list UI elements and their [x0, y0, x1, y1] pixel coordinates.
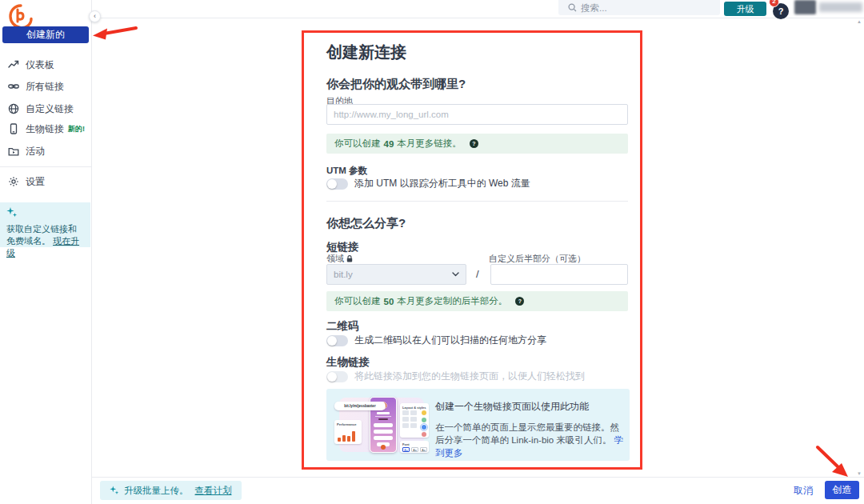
search-box: [558, 0, 720, 15]
sidebar-upgrade-promo: 获取自定义链接和免费域名。 现在升级: [0, 202, 90, 247]
profile-name-line: [377, 412, 390, 414]
sidebar-divider: [0, 166, 92, 167]
brand-dot: [381, 445, 386, 450]
profile-sub-line: [375, 416, 391, 418]
line-chart-icon: [8, 59, 19, 70]
globe-icon: [8, 103, 19, 114]
domain-label-row: 领域: [326, 253, 353, 265]
utm-label: UTM 参数: [326, 165, 367, 177]
quota-value: 50: [384, 297, 394, 306]
lock-icon: [346, 255, 353, 262]
toggle-knob: [327, 179, 337, 189]
custom-backhalf-label: 自定义后半部分（可选）: [489, 253, 586, 265]
bar-chart-icon: [338, 429, 358, 442]
font-card: Font AaAaAa: [400, 441, 429, 453]
qr-toggle-label: 生成二维码以在人们可以扫描的任何地方分享: [354, 334, 546, 347]
social-icons-row: [378, 418, 388, 420]
search-icon: [568, 3, 577, 12]
sidebar-item-label: 活动: [26, 145, 45, 158]
folder-icon: [8, 146, 19, 157]
performance-card: Performance: [334, 420, 362, 444]
sidebar-item-campaigns[interactable]: 活动: [0, 142, 92, 160]
url-separator: /: [476, 268, 479, 280]
link-button: [374, 423, 393, 427]
header-divider: [101, 18, 864, 18]
sidebar-item-settings[interactable]: 设置: [0, 173, 92, 190]
sidebar-item-all-links[interactable]: 所有链接: [0, 78, 92, 95]
search-input[interactable]: [581, 3, 709, 13]
account-name-redacted[interactable]: [819, 2, 862, 12]
font-options: AaAaAa: [402, 447, 427, 452]
bulk-upload-promo: 升级批量上传。 查看计划: [100, 481, 242, 500]
annotation-arrow-create-button: [811, 443, 854, 482]
domain-select[interactable]: bit.ly: [326, 264, 466, 285]
destination-section-heading: 你会把你的观众带到哪里?: [326, 77, 466, 92]
utm-toggle-row: 添加 UTM 以跟踪分析工具中的 Web 流量: [326, 177, 530, 190]
create-new-button[interactable]: 创建新的: [2, 26, 89, 43]
view-plans-link[interactable]: 查看计划: [195, 485, 232, 497]
links-quota-banner: 你可以创建 49 本月更多链接。 ?: [326, 134, 628, 154]
annotation-arrow-create-new: [91, 23, 139, 42]
sparkle-icon: [6, 207, 18, 218]
sidebar-item-label: 设置: [26, 175, 45, 189]
destination-input[interactable]: [326, 104, 628, 125]
bio-url-pill: bit.ly/m/jessbaxter: [334, 402, 386, 410]
layout-styles-card: Layout & styles: [400, 403, 429, 438]
avatar[interactable]: [794, 0, 816, 14]
qr-toggle[interactable]: [326, 335, 348, 346]
sidebar-collapse-button[interactable]: ‹: [89, 10, 101, 22]
backhalf-quota-banner: 你可以创建 50 本月更多定制的后半部分。 ?: [326, 291, 628, 311]
quota-text: 你可以创建: [334, 295, 381, 307]
gear-icon: [8, 176, 19, 187]
card-title: Layout & styles: [402, 406, 429, 410]
help-icon[interactable]: ?: [515, 297, 524, 306]
link-icon: [8, 81, 19, 92]
sidebar-item-bio-link[interactable]: 生物链接 新的!: [0, 120, 92, 138]
sidebar-item-label: 仪表板: [26, 58, 54, 72]
upgrade-button[interactable]: 升级: [724, 2, 766, 16]
link-button: [374, 430, 393, 434]
bio-info-text: 创建一个生物链接页面以使用此功能 在一个简单的页面上显示您最重要的链接。然后分享…: [435, 400, 626, 459]
chevron-down-icon: [452, 272, 459, 277]
quota-text: 本月更多定制的后半部分。: [397, 295, 507, 307]
scrollbar-down-arrow[interactable]: ▼: [857, 471, 862, 476]
sidebar-item-label: 自定义链接: [26, 102, 74, 116]
bio-info-box: bit.ly/m/jessbaxter Performance Layout &…: [326, 389, 630, 461]
bio-info-title: 创建一个生物链接页面以使用此功能: [435, 400, 626, 414]
cancel-button[interactable]: 取消: [794, 484, 813, 498]
qr-toggle-row: 生成二维码以在人们可以扫描的任何地方分享: [326, 334, 546, 347]
sparkle-icon: [110, 486, 119, 495]
domain-label: 领域: [326, 253, 344, 265]
bio-toggle-row: 将此链接添加到您的生物链接页面，以便人们轻松找到: [326, 370, 585, 383]
link-button: [374, 436, 393, 440]
card-title: Font: [402, 442, 429, 446]
create-submit-button[interactable]: 创造: [825, 481, 859, 499]
share-section-heading: 你想怎么分享?: [326, 216, 406, 231]
section-divider: [326, 201, 628, 202]
bio-link-heading: 生物链接: [326, 355, 370, 370]
sidebar-item-custom-links[interactable]: 自定义链接: [0, 100, 92, 118]
page-title: 创建新连接: [326, 42, 406, 63]
layout-grid: [402, 410, 417, 428]
sidebar-item-dashboard[interactable]: 仪表板: [0, 56, 92, 74]
bio-info-body: 在一个简单的页面上显示您最重要的链接。然后分享一个简单的 Link-in-bio…: [435, 422, 619, 445]
bulk-upload-text: 升级批量上传。: [124, 485, 189, 497]
quota-value: 49: [384, 139, 394, 149]
utm-toggle[interactable]: [326, 178, 348, 190]
bitly-create-link-page: 创建新的 仪表板 所有链接 自定义链接 生物链接 新的!: [0, 0, 864, 504]
phone-icon: [8, 123, 19, 134]
new-badge: 新的!: [68, 124, 85, 134]
qr-heading: 二维码: [326, 319, 359, 334]
quota-text: 本月更多链接。: [397, 138, 462, 150]
toggle-knob: [327, 336, 337, 346]
sidebar: 创建新的 仪表板 所有链接 自定义链接 生物链接 新的!: [0, 0, 92, 504]
bio-toggle-label: 将此链接添加到您的生物链接页面，以便人们轻松找到: [354, 370, 585, 383]
sidebar-item-label: 所有链接: [26, 80, 64, 94]
link-in-bio-illustration: bit.ly/m/jessbaxter Performance Layout &…: [334, 396, 429, 454]
sidebar-item-label: 生物链接: [26, 122, 64, 136]
custom-backhalf-input[interactable]: [490, 264, 628, 285]
card-title: Performance: [337, 422, 362, 426]
footer-divider: [92, 477, 864, 478]
scrollbar-up-arrow[interactable]: ▲: [857, 19, 862, 24]
help-icon[interactable]: ?: [470, 139, 478, 148]
